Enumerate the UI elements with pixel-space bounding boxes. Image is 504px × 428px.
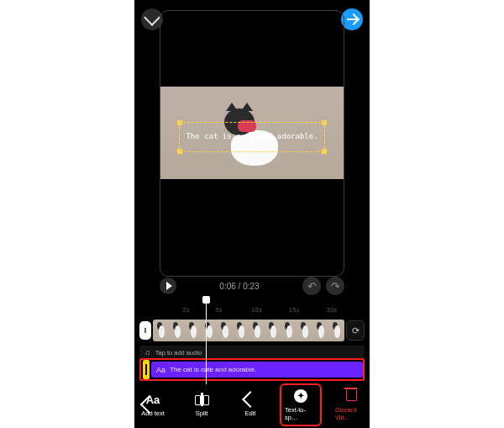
text-clip[interactable]: Aa The cat is cute and adorable. [151, 362, 363, 378]
clip-start-handle[interactable]: I [139, 321, 151, 340]
redo-button[interactable]: ↷ [326, 277, 344, 295]
trash-icon [344, 388, 359, 404]
text-aa-icon: Aa [156, 366, 165, 374]
playhead[interactable] [206, 300, 207, 384]
phone-frame: The cat is cute and adorable. 0:06 / 0:2… [134, 0, 370, 428]
text-track-selected[interactable]: Aa The cat is cute and adorable. [139, 358, 365, 381]
time-display: 0:06 / 0:23 [176, 282, 302, 291]
tool-label: Split [196, 410, 208, 417]
pencil-icon [243, 392, 258, 407]
arrow-right-icon [347, 18, 357, 20]
music-note-icon: ♫ [144, 348, 150, 357]
tts-icon: ✦ [293, 388, 308, 404]
ruler-mark: 10s [251, 307, 262, 313]
add-clip-button[interactable]: ⟳ [346, 320, 365, 341]
overlay-caption: The cat is cute and adorable. [186, 132, 318, 141]
undo-button[interactable]: ↶ [302, 277, 321, 295]
audio-placeholder: Tap to add audio [155, 349, 202, 357]
audio-track[interactable]: ♫ Tap to add audio [139, 346, 365, 359]
bottom-toolbar: Aa Add text Split Edit ✦ Text-to-sp… Dis… [134, 386, 370, 423]
playback-controls: 0:06 / 0:23 ↶ ↷ [134, 277, 370, 295]
video-frame: The cat is cute and adorable. [160, 87, 344, 179]
play-button[interactable] [160, 277, 176, 294]
tool-edit[interactable]: Edit [234, 392, 266, 417]
ruler-mark: 5s [216, 307, 223, 313]
tool-discard-video[interactable]: Discard Vid… [335, 388, 367, 421]
clip-trim-handle[interactable] [143, 360, 150, 379]
app-stage: The cat is cute and adorable. 0:06 / 0:2… [0, 0, 504, 428]
ruler-mark: 15s [289, 307, 300, 313]
tool-label: Add text [141, 410, 165, 417]
text-overlay-selection[interactable]: The cat is cute and adorable. [179, 122, 325, 152]
tool-split[interactable]: Split [186, 392, 218, 417]
text-clip-label: The cat is cute and adorable. [170, 366, 256, 373]
time-ruler: 2s 5s 10s 15s 30s [134, 307, 370, 315]
chevron-down-icon [144, 9, 160, 26]
video-track[interactable]: I ⟳ [139, 319, 365, 342]
video-preview[interactable]: The cat is cute and adorable. [160, 10, 344, 277]
tool-label: Edit [245, 410, 256, 417]
play-icon [166, 282, 172, 290]
tool-label: Text-to-sp… [285, 406, 317, 421]
tool-text-to-speech[interactable]: ✦ Text-to-sp… [283, 387, 318, 423]
clip-thumbnails[interactable] [153, 320, 344, 341]
ruler-mark: 30s [327, 307, 338, 313]
ruler-mark: 2s [182, 307, 189, 313]
split-icon [194, 392, 209, 407]
tool-label: Discard Vid… [335, 406, 367, 421]
